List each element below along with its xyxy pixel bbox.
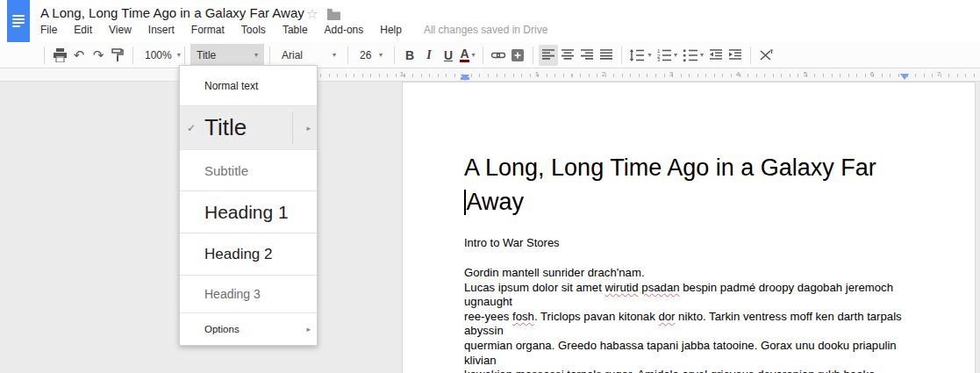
numbered-list-button[interactable]: 123 ▾ [654,45,680,66]
svg-text:3: 3 [657,57,661,61]
ruler-mark: 7 [934,70,943,78]
insert-link-button[interactable] [489,45,508,66]
doc-line: ree-yees fosh. Triclops pavan kitonak do… [464,310,909,339]
doc-subheading: Intro to War Stores [464,237,909,249]
bold-button[interactable]: B [400,45,419,66]
chevron-down-icon: ▾ [472,51,476,59]
ruler-mark: 3 [667,70,676,78]
toolbar-separator [269,47,270,64]
submenu-arrow-icon: ▸ [306,325,311,334]
document-page[interactable]: A Long, Long Time Ago in a Galaxy FarAwa… [402,82,976,373]
text-color-button[interactable]: A▾ [458,45,477,66]
google-docs-window: A Long, Long Time Ago in a Galaxy Far Aw… [0,0,980,373]
right-indent-marker[interactable] [900,74,909,80]
menu-insert[interactable]: Insert [148,24,175,36]
clear-formatting-button[interactable] [756,45,776,66]
redo-button[interactable]: ↷ [89,45,108,66]
doc-paragraph: Gordin mantell sunrider drach'nam. Lucas… [464,266,909,373]
save-status[interactable]: All changes saved in Drive [424,24,547,36]
chevron-down-icon: ▾ [700,51,704,59]
italic-button[interactable]: I [419,45,439,66]
font-size-select[interactable]: 26▾ [354,44,389,67]
toolbar-separator [44,47,45,64]
misspelled-word: dor [658,310,675,323]
align-right-button[interactable] [577,45,597,66]
misspelled-word: psadan [641,281,679,294]
toolbar-separator [750,47,751,64]
undo-button[interactable]: ↶ [69,45,89,66]
menu-item-heading1[interactable]: Heading 1 [180,190,317,233]
chevron-down-icon: ▾ [379,51,383,59]
ruler-mark: 1 [397,70,406,78]
doc-line: kowakian massassi tarpals rugor. Amidala… [464,368,909,373]
menu-item-heading3[interactable]: Heading 3 [180,275,317,312]
menu-help[interactable]: Help [380,24,402,36]
doc-heading-title: A Long, Long Time Ago in a Galaxy FarAwa… [464,151,909,219]
ruler-mark: 6 [868,70,876,78]
zoom-select[interactable]: 100%▾ [139,44,179,67]
toolbar-separator [347,47,348,64]
toolbar-separator [533,47,533,64]
chevron-down-icon: ▾ [674,51,677,59]
menu-format[interactable]: Format [191,24,225,36]
text-cursor [464,190,466,215]
left-indent-marker[interactable] [461,75,469,81]
checkmark-icon: ✓ [187,122,196,134]
toolbar-separator [483,47,483,64]
decrease-indent-button[interactable] [706,45,726,66]
increase-indent-button[interactable] [726,45,745,66]
ruler-mark: 1 [533,70,541,78]
menu-view[interactable]: View [109,24,132,36]
line-spacing-button[interactable]: ▾ [627,45,654,66]
ruler-mark: 2 [599,70,608,78]
chevron-down-icon: ▾ [647,51,651,59]
font-select[interactable]: Arial▾ [275,44,342,67]
chevron-down-icon: ▾ [333,51,336,59]
ruler-mark: 4 [733,70,742,78]
doc-line: Gordin mantell sunrider drach'nam. [464,266,909,281]
ruler-ticks [320,74,980,77]
submenu-divider [292,111,293,144]
menu-item-title[interactable]: ✓ Title ▸ [180,105,317,149]
align-justify-button[interactable] [597,45,616,66]
toolbar-separator [132,47,133,64]
menu-edit[interactable]: Edit [74,24,92,36]
menu-item-options[interactable]: Options ▸ [180,312,317,345]
paint-format-button[interactable] [108,45,127,66]
align-center-button[interactable] [558,45,577,66]
menu-item-subtitle[interactable]: Subtitle [180,149,317,190]
first-line-indent-marker[interactable] [461,77,469,80]
menu-item-heading2[interactable]: Heading 2 [180,233,317,275]
menu-file[interactable]: File [40,24,57,36]
align-left-button[interactable] [539,45,558,66]
misspelled-word: wirutid [605,281,639,294]
insert-comment-button[interactable] [508,45,527,66]
underline-button[interactable]: U [439,45,458,66]
menu-table[interactable]: Table [283,24,308,36]
menu-item-normal-text[interactable]: Normal text [180,66,317,105]
print-button[interactable] [50,45,69,66]
menu-bar: File Edit View Insert Format Tools Table… [40,24,547,36]
folder-icon[interactable] [327,9,340,20]
toolbar: ↶ ↷ 100%▾ Title▾ Arial▾ 26▾ B I U A▾ [0,42,980,68]
submenu-arrow-icon[interactable]: ▸ [306,124,311,133]
styles-dropdown-menu: Normal text ✓ Title ▸ Subtitle Heading 1… [179,65,318,346]
document-canvas: A Long, Long Time Ago in a Galaxy FarAwa… [0,82,980,373]
toolbar-separator [184,47,185,64]
menu-tools[interactable]: Tools [241,24,266,36]
styles-select[interactable]: Title▾ [190,44,264,67]
toolbar-separator [394,47,395,64]
bulleted-list-button[interactable]: ▾ [680,45,706,66]
star-icon[interactable]: ☆ [306,6,318,22]
doc-line: Lucas ipsum dolor sit amet wirutid psada… [464,281,909,310]
chevron-down-icon: ▾ [177,51,181,59]
menu-addons[interactable]: Add-ons [325,24,364,36]
ruler: 1 1 2 3 4 5 6 7 [0,69,980,82]
docs-logo-icon[interactable] [7,0,30,42]
document-title-input[interactable]: A Long, Long Time Ago in a Galaxy Far Aw… [40,5,304,20]
doc-line: quermian organa. Greedo habassa tapani j… [464,339,909,368]
top-bar: A Long, Long Time Ago in a Galaxy Far Aw… [0,0,980,42]
misspelled-word: fosh [512,310,534,323]
toolbar-separator [621,47,622,64]
ruler-mark: 5 [801,70,810,78]
